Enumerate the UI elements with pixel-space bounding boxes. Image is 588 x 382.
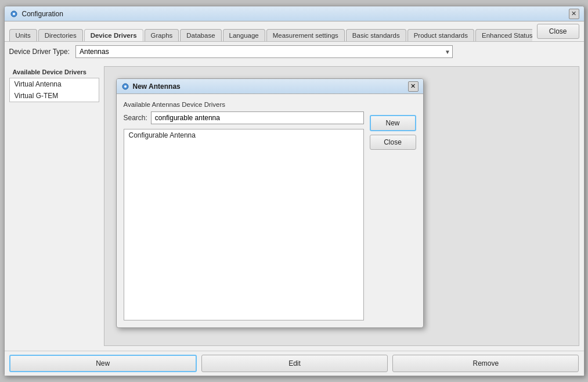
tab-database[interactable]: Database [180, 29, 221, 41]
driver-item-virtual-gtem[interactable]: Virtual G-TEM [10, 90, 99, 102]
window-title: Configuration [22, 10, 569, 18]
window-icon [9, 9, 19, 19]
new-button[interactable]: New [9, 355, 197, 372]
bottom-bar: New Edit Remove [5, 351, 584, 376]
modal-close-icon-button[interactable]: ✕ [408, 81, 419, 92]
tab-graphs[interactable]: Graphs [145, 29, 179, 41]
tab-language[interactable]: Language [223, 29, 265, 41]
device-drivers-list: Virtual Antenna Virtual G-TEM [9, 78, 99, 102]
configuration-window: Configuration ✕ Units Directories Device… [4, 6, 585, 376]
available-drivers-label: Available Device Drivers [9, 66, 99, 78]
modal-body: Available Antennas Device Drivers Search… [117, 94, 423, 327]
modal-icon [121, 82, 129, 91]
search-input[interactable] [151, 111, 364, 124]
modal-title-bar: New Antennas ✕ [117, 79, 423, 94]
search-row: Search: [124, 111, 364, 124]
window-close-button[interactable]: ✕ [569, 9, 579, 19]
main-panel: New Antennas ✕ Available Antennas Device… [104, 66, 579, 346]
modal-title: New Antennas [133, 82, 408, 91]
device-driver-dropdown-container: Antennas Receivers Signal Generators Pre… [75, 45, 453, 58]
remove-button[interactable]: Remove [392, 355, 579, 372]
edit-button[interactable]: Edit [201, 355, 388, 372]
svg-point-1 [13, 13, 15, 15]
search-label: Search: [124, 114, 147, 122]
close-button[interactable]: Close [537, 24, 579, 39]
available-antennas-label: Available Antennas Device Drivers [124, 101, 364, 108]
body-area: Available Device Drivers Virtual Antenna… [5, 62, 584, 351]
modal-overlay: New Antennas ✕ Available Antennas Device… [104, 67, 579, 345]
tab-basic-standards[interactable]: Basic standards [346, 29, 406, 41]
svg-point-3 [124, 85, 127, 88]
device-driver-dropdown[interactable]: Antennas Receivers Signal Generators Pre… [75, 45, 453, 58]
left-panel: Available Device Drivers Virtual Antenna… [9, 66, 99, 346]
title-bar: Configuration ✕ [5, 6, 584, 21]
modal-new-button[interactable]: New [370, 115, 416, 131]
tab-measurement-settings[interactable]: Measurement settings [266, 29, 345, 41]
device-driver-type-row: Device Driver Type: Antennas Receivers S… [5, 42, 584, 62]
new-antennas-dialog: New Antennas ✕ Available Antennas Device… [116, 78, 424, 328]
tab-product-standards[interactable]: Product standards [407, 29, 474, 41]
modal-right-section: New Close [370, 101, 416, 320]
tab-bar: Units Directories Device Drivers Graphs … [9, 28, 532, 41]
tab-enhanced-status-window[interactable]: Enhanced Status Window [475, 29, 532, 41]
tab-device-drivers[interactable]: Device Drivers [84, 29, 143, 41]
driver-item-virtual-antenna[interactable]: Virtual Antenna [10, 78, 99, 90]
tab-units[interactable]: Units [9, 29, 37, 41]
modal-left-section: Available Antennas Device Drivers Search… [124, 101, 364, 320]
device-driver-type-label: Device Driver Type: [9, 48, 70, 56]
modal-close-button[interactable]: Close [370, 135, 416, 150]
antenna-list-item[interactable]: Configurable Antenna [124, 129, 363, 141]
tab-directories[interactable]: Directories [38, 29, 83, 41]
antennas-list: Configurable Antenna [124, 129, 364, 320]
